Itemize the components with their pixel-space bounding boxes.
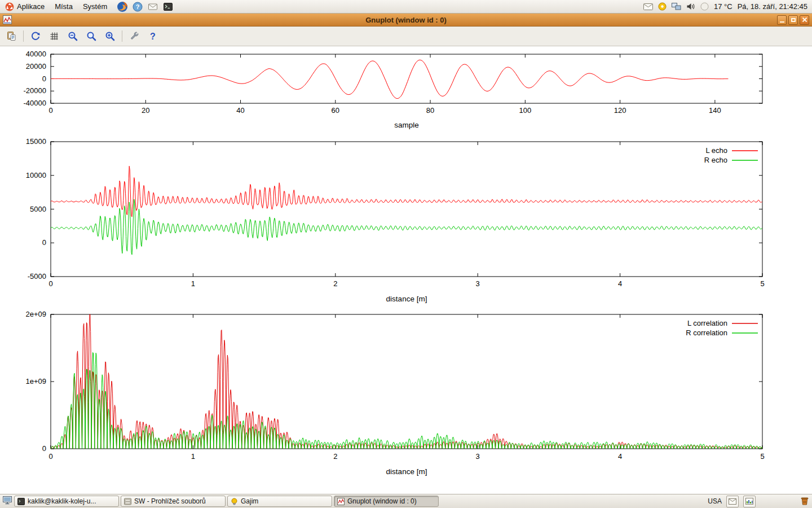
trash-icon[interactable]	[800, 496, 810, 507]
svg-text:-20000: -20000	[24, 86, 46, 95]
clock-label[interactable]: Pá, 18. září, 21:42:45	[738, 2, 807, 11]
configure-icon[interactable]	[127, 29, 141, 43]
firefox-icon[interactable]	[117, 1, 128, 12]
window-controls	[777, 15, 809, 25]
svg-text:sample: sample	[394, 121, 419, 129]
gnuplot-icon	[337, 498, 345, 505]
system-monitor-icon[interactable]	[743, 496, 756, 507]
help-icon[interactable]: ?	[146, 29, 160, 43]
svg-text:distance [m]: distance [m]	[386, 467, 427, 476]
keyboard-layout-indicator[interactable]: USA	[708, 497, 722, 505]
svg-text:-5000: -5000	[28, 272, 46, 281]
svg-text:60: 60	[332, 106, 339, 115]
file-manager-icon	[124, 498, 131, 505]
taskbar-right: USA	[708, 496, 810, 507]
toolbar-separator	[23, 30, 24, 42]
toggle-grid-icon[interactable]	[47, 29, 61, 43]
top-panel: Aplikace Místa Systém ?	[0, 0, 812, 14]
svg-text:4: 4	[618, 279, 622, 288]
minimize-button[interactable]	[777, 15, 787, 25]
mail-notification-icon[interactable]	[643, 3, 653, 11]
desktop: { "top_panel": { "menus": [ {"label": "A…	[0, 0, 812, 508]
weather-icon[interactable]	[700, 2, 709, 11]
taskbar-item-gnuplot[interactable]: Gnuplot (window id : 0)	[334, 496, 439, 507]
plot-sample-signal[interactable]: 020406080100120140-40000-200000200004000…	[0, 49, 812, 134]
terminal-icon	[17, 498, 25, 505]
gnuplot-window: Gnuplot (window id : 0)	[0, 14, 812, 494]
maximize-icon	[791, 18, 796, 22]
svg-text:80: 80	[426, 106, 434, 115]
svg-text:15000: 15000	[26, 137, 46, 146]
network-icon[interactable]	[672, 2, 681, 11]
minimize-icon	[780, 21, 784, 23]
maximize-button[interactable]	[788, 15, 798, 25]
plot-area: 020406080100120140-40000-200000200004000…	[0, 46, 812, 494]
help-browser-icon[interactable]: ?	[132, 1, 143, 12]
volume-icon[interactable]	[686, 2, 695, 11]
svg-text:140: 140	[709, 106, 721, 115]
menu-applications[interactable]: Aplikace	[0, 0, 50, 13]
taskbar: kaklik@kaklik-kolej-u... SW - Prohlížeč …	[0, 494, 812, 508]
titlebar[interactable]: Gnuplot (window id : 0)	[0, 14, 812, 27]
svg-text:100: 100	[519, 106, 531, 115]
mail-launcher-icon[interactable]	[147, 1, 158, 12]
mail-icon[interactable]	[726, 496, 739, 507]
svg-text:2: 2	[333, 452, 337, 461]
show-desktop-icon[interactable]	[2, 496, 12, 507]
copy-to-clipboard-icon[interactable]	[5, 29, 18, 43]
close-icon	[802, 17, 807, 23]
svg-text:4: 4	[618, 452, 622, 461]
menu-system[interactable]: Systém	[78, 0, 112, 13]
update-notifier-icon[interactable]	[658, 2, 667, 11]
svg-text:0: 0	[48, 106, 52, 115]
zoom-next-icon[interactable]	[103, 29, 117, 43]
svg-text:3: 3	[476, 279, 480, 288]
taskbar-item-terminal[interactable]: kaklik@kaklik-kolej-u...	[14, 496, 119, 507]
terminal-launcher-icon[interactable]	[162, 1, 174, 12]
svg-text:5: 5	[760, 279, 764, 288]
taskbar-item-label: kaklik@kaklik-kolej-u...	[28, 497, 96, 505]
svg-text:10000: 10000	[26, 171, 46, 179]
svg-text:1e+09: 1e+09	[25, 377, 46, 386]
panel-launchers: ?	[117, 1, 174, 12]
svg-text:40: 40	[236, 106, 244, 115]
svg-text:5: 5	[760, 452, 764, 461]
close-button[interactable]	[800, 15, 809, 25]
svg-text:?: ?	[136, 3, 140, 10]
svg-text:1: 1	[191, 452, 195, 461]
svg-text:2e+09: 2e+09	[25, 310, 46, 318]
svg-text:2: 2	[333, 279, 337, 288]
temperature-label[interactable]: 17 °C	[714, 2, 732, 11]
taskbar-item-label: SW - Prohlížeč souborů	[134, 497, 206, 505]
svg-text:-40000: -40000	[24, 99, 46, 107]
svg-text:3: 3	[476, 452, 480, 461]
panel-tray: 17 °C Pá, 18. září, 21:42:45	[643, 2, 812, 11]
taskbar-item-file-browser[interactable]: SW - Prohlížeč souborů	[121, 496, 226, 507]
svg-text:0: 0	[42, 75, 46, 83]
zoom-previous-icon[interactable]	[66, 29, 80, 43]
svg-text:distance [m]: distance [m]	[386, 295, 427, 303]
plot-echo-signals[interactable]: 012345-5000050001000015000distance [m]L …	[0, 135, 812, 308]
menu-places[interactable]: Místa	[50, 0, 78, 13]
svg-text:?: ?	[150, 32, 156, 41]
taskbar-item-label: Gajim	[241, 497, 258, 505]
replot-icon[interactable]	[29, 29, 42, 43]
svg-text:L echo: L echo	[705, 146, 727, 155]
taskbar-item-gajim[interactable]: Gajim	[227, 496, 332, 507]
gnuplot-window-icon	[3, 15, 12, 24]
toolbar: ?	[0, 27, 812, 46]
toolbar-separator	[122, 30, 122, 42]
svg-text:1: 1	[191, 279, 195, 288]
plot-correlation[interactable]: 01234501e+092e+09distance [m]L correlati…	[0, 309, 812, 479]
svg-text:5000: 5000	[30, 205, 46, 213]
svg-text:R correlation: R correlation	[686, 329, 727, 337]
ubuntu-logo-icon	[5, 2, 14, 11]
svg-text:20000: 20000	[26, 62, 46, 71]
svg-text:0: 0	[42, 238, 46, 247]
zoom-icon[interactable]	[85, 29, 98, 43]
svg-text:0: 0	[42, 444, 46, 453]
svg-text:40000: 40000	[26, 50, 46, 58]
taskbar-item-label: Gnuplot (window id : 0)	[347, 497, 417, 505]
gajim-icon	[231, 498, 238, 505]
svg-text:120: 120	[614, 106, 626, 115]
